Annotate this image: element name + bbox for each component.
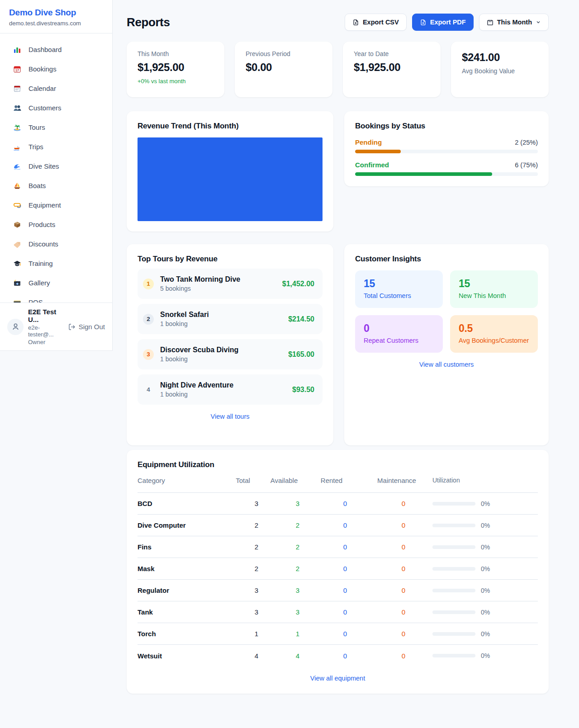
sidebar-item-customers[interactable]: Customers	[0, 98, 112, 118]
shop-name: Demo Dive Shop	[9, 8, 103, 18]
sign-out-button[interactable]: Sign Out	[68, 323, 105, 331]
tour-name: Night Dive Adventure	[160, 381, 286, 389]
stat-label: Year to Date	[354, 50, 430, 57]
page-title: Reports	[127, 15, 170, 29]
file-download-icon	[420, 19, 427, 26]
equip-total: 3	[241, 608, 272, 616]
sidebar-item-pos[interactable]: POS	[0, 293, 112, 303]
sidebar-item-bookings[interactable]: 17 Bookings	[0, 59, 112, 79]
sidebar-item-label: POS	[28, 298, 43, 303]
grad-cap-icon	[13, 260, 21, 268]
equip-available: 3	[282, 500, 313, 507]
avatar	[7, 319, 24, 335]
view-all-customers-link[interactable]: View all customers	[355, 361, 538, 368]
calendar-date-icon: 17	[13, 65, 21, 73]
sidebar-item-dive-sites[interactable]: Dive Sites	[0, 156, 112, 176]
status-row-pending: Pending 2 (25%)	[355, 138, 538, 153]
tour-row[interactable]: 4 Night Dive Adventure 1 booking $93.50	[138, 374, 323, 405]
view-all-tours-link[interactable]: View all tours	[138, 413, 323, 420]
equip-available: 2	[282, 543, 313, 551]
people-icon	[13, 104, 21, 112]
svg-text:17: 17	[15, 69, 19, 72]
export-pdf-button[interactable]: Export PDF	[412, 14, 474, 31]
view-all-equipment-link[interactable]: View all equipment	[138, 675, 538, 682]
col-total: Total	[227, 477, 259, 484]
export-pdf-label: Export PDF	[430, 19, 466, 26]
sidebar-item-label: Dive Sites	[28, 162, 59, 170]
equipment-table: Category Total Available Rented Maintena…	[138, 476, 538, 667]
equip-total: 1	[241, 630, 272, 638]
stat-label: Previous Period	[246, 50, 322, 57]
sidebar-item-label: Tours	[28, 123, 45, 131]
table-row: Dive Computer 2 2 0 0 0%	[138, 515, 538, 536]
insight-tile-avg-bookings: 0.5 Avg Bookings/Customer	[450, 315, 538, 353]
rank-badge: 3	[143, 349, 154, 360]
tour-row[interactable]: 2 Snorkel Safari 1 booking $214.50	[138, 304, 323, 334]
stat-label: This Month	[138, 50, 214, 57]
customer-insights-title: Customer Insights	[355, 255, 538, 264]
sidebar-item-discounts[interactable]: Discounts	[0, 234, 112, 254]
sidebar-item-calendar[interactable]: Calendar	[0, 79, 112, 98]
equip-total: 2	[241, 565, 272, 572]
sidebar-item-label: Products	[28, 221, 55, 228]
sidebar-item-label: Trips	[28, 143, 43, 151]
tour-row[interactable]: 1 Two Tank Morning Dive 5 bookings $1,45…	[138, 269, 323, 299]
sidebar-item-dashboard[interactable]: Dashboard	[0, 40, 112, 59]
tile-value: 15	[364, 278, 434, 290]
sidebar-item-trips[interactable]: Trips	[0, 137, 112, 156]
sidebar-item-training[interactable]: Training	[0, 254, 112, 273]
equip-available: 3	[282, 608, 313, 616]
export-csv-button[interactable]: Export CSV	[345, 14, 407, 31]
tile-value: 0.5	[459, 322, 529, 335]
equip-total: 4	[241, 652, 272, 660]
equip-available: 1	[282, 630, 313, 638]
status-bar-fill	[355, 172, 492, 176]
sidebar-item-tours[interactable]: Tours	[0, 118, 112, 137]
tour-row[interactable]: 3 Discover Scuba Diving 1 booking $165.0…	[138, 339, 323, 369]
period-dropdown[interactable]: This Month	[479, 14, 549, 31]
utilization-percent: 0%	[481, 609, 490, 616]
utilization-percent: 0%	[481, 587, 490, 594]
user-email: e2e-tester@...	[28, 324, 64, 338]
user-role: Owner	[28, 339, 64, 345]
equip-available: 2	[282, 521, 313, 529]
status-row-confirmed: Confirmed 6 (75%)	[355, 161, 538, 176]
tile-label: Repeat Customers	[364, 337, 434, 344]
top-tours-panel: Top Tours by Revenue 1 Two Tank Morning …	[127, 244, 333, 445]
table-row: Torch 1 1 0 0 0%	[138, 623, 538, 645]
island-icon	[13, 123, 21, 132]
tile-value: 15	[459, 278, 529, 290]
calendar-icon	[487, 19, 494, 26]
stat-card-this-month: This Month $1,925.00 +0% vs last month	[127, 42, 224, 97]
sidebar-item-gallery[interactable]: Gallery	[0, 273, 112, 293]
sidebar-item-label: Customers	[28, 104, 62, 112]
shop-domain: demo.test.divestreams.com	[9, 20, 103, 27]
status-value: 2 (25%)	[515, 139, 538, 146]
sign-out-label: Sign Out	[79, 323, 105, 331]
main-content: Reports Export CSV Export PDF This Month…	[113, 0, 579, 694]
sidebar-item-equipment[interactable]: Equipment	[0, 195, 112, 215]
utilization-bar	[432, 545, 475, 549]
file-download-icon	[352, 19, 359, 26]
rank-badge: 1	[143, 279, 154, 289]
stat-card-previous-period: Previous Period $0.00	[235, 42, 332, 97]
equip-maintenance: 0	[388, 652, 419, 660]
credit-card-icon	[13, 298, 21, 303]
sidebar-item-label: Training	[28, 260, 53, 267]
wave-icon	[13, 162, 21, 170]
stat-value: $1,925.00	[138, 61, 214, 74]
tour-bookings: 1 booking	[160, 391, 286, 398]
sidebar-item-products[interactable]: Products	[0, 215, 112, 234]
bookings-by-status-title: Bookings by Status	[355, 122, 538, 131]
bar-chart-icon	[13, 46, 21, 54]
top-tours-title: Top Tours by Revenue	[138, 255, 323, 264]
equip-total: 2	[241, 521, 272, 529]
utilization-percent: 0%	[481, 652, 490, 659]
utilization-bar	[432, 567, 475, 571]
rank-badge: 4	[143, 384, 154, 395]
sidebar-item-label: Gallery	[28, 279, 50, 287]
status-bar-track	[355, 172, 538, 176]
equip-category: BCD	[138, 500, 241, 507]
revenue-trend-chart	[138, 137, 323, 221]
sidebar-item-boats[interactable]: Boats	[0, 176, 112, 195]
